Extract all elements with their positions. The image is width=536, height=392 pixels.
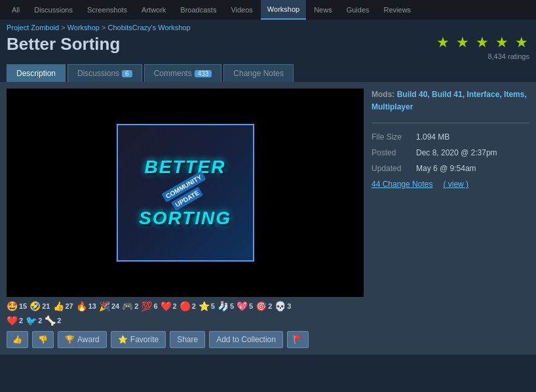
img-text-sorting: SORTING — [139, 208, 231, 229]
view-link[interactable]: ( view ) — [443, 180, 469, 189]
share-button[interactable]: Share — [170, 331, 205, 348]
breadcrumb-author-workshop[interactable]: ChobitsCrazy's Workshop — [108, 24, 191, 31]
breadcrumb-sep2: > — [102, 24, 107, 31]
favorite-icon: ⭐ — [118, 335, 128, 344]
thumbdown-button[interactable]: 👎 — [32, 331, 54, 348]
add-to-collection-button[interactable]: Add to Collection — [209, 331, 283, 348]
nav-guides[interactable]: Guides — [340, 0, 376, 20]
updated-label: Updated — [372, 164, 411, 173]
reaction-6[interactable]: 💯6 — [141, 301, 157, 311]
reaction-9[interactable]: ⭐5 — [199, 301, 215, 311]
nav-discussions[interactable]: Discussions — [28, 0, 79, 20]
reaction-12[interactable]: 🎯2 — [256, 301, 272, 311]
breadcrumb-sep1: > — [61, 24, 67, 31]
breadcrumb-project-zomboid[interactable]: Project Zomboid — [7, 24, 59, 31]
reaction-15[interactable]: 🐦2 — [26, 315, 42, 326]
discussions-badge: 6 — [122, 70, 132, 77]
posted-label: Posted — [372, 148, 411, 157]
comments-badge: 433 — [195, 70, 212, 77]
nav-workshop[interactable]: Workshop — [261, 0, 306, 20]
favorite-label: Favorite — [130, 335, 159, 344]
reaction-11[interactable]: 💖5 — [237, 301, 253, 311]
nav-screenshots[interactable]: Screenshots — [81, 0, 134, 20]
reaction-0[interactable]: 🤩15 — [7, 301, 27, 311]
reactions-row: 🤩15 🤣21 👍27 🔥13 🎉24 🎮2 💯6 ❤️2 🔴2 ⭐5 🧦5 💖… — [7, 301, 364, 311]
nav-reviews[interactable]: Reviews — [377, 0, 418, 20]
nav-news[interactable]: News — [307, 0, 339, 20]
flag-button[interactable]: 🚩 — [287, 331, 309, 348]
reaction-4[interactable]: 🎉24 — [99, 301, 119, 311]
img-text-better: BETTER — [145, 157, 226, 178]
image-container: BETTER COMMUNITY UPDATE SORTING — [7, 88, 364, 297]
change-notes-link[interactable]: 44 Change Notes — [372, 180, 432, 189]
mods-tags: Build 40, Build 41, Interface, Items, Mu… — [372, 90, 527, 111]
nav-all[interactable]: All — [5, 0, 26, 20]
posted-value: Dec 8, 2020 @ 2:37pm — [416, 148, 497, 157]
breadcrumb-workshop[interactable]: Workshop — [67, 24, 100, 31]
change-notes-row: 44 Change Notes ( view ) — [372, 180, 529, 189]
page-title: Better Sorting — [7, 34, 120, 54]
reaction-10[interactable]: 🧦5 — [218, 301, 234, 311]
mods-label: Mods: — [372, 90, 394, 99]
updated-value: May 6 @ 9:54am — [416, 164, 476, 173]
rating-area: ★ ★ ★ ★ ★ 8,434 ratings — [436, 34, 529, 60]
action-bar: 👍 👎 🏆 Award ⭐ Favorite Share Add to Coll… — [7, 331, 364, 348]
file-size-value: 1.094 MB — [416, 132, 450, 142]
updated-row: Updated May 6 @ 9:54am — [372, 164, 529, 173]
tab-description[interactable]: Description — [7, 64, 66, 82]
left-panel: BETTER COMMUNITY UPDATE SORTING 🤩15 🤣21 … — [7, 88, 364, 348]
favorite-button[interactable]: ⭐ Favorite — [111, 331, 166, 348]
file-size-label: File Size — [372, 132, 411, 142]
award-label: Award — [77, 335, 100, 344]
main-content: BETTER COMMUNITY UPDATE SORTING 🤩15 🤣21 … — [0, 82, 536, 355]
rating-count: 8,434 ratings — [436, 52, 529, 60]
posted-row: Posted Dec 8, 2020 @ 2:37pm — [372, 148, 529, 157]
reactions-row-2: ❤️2 🐦2 🦴2 — [7, 315, 364, 326]
reaction-7[interactable]: ❤️2 — [161, 301, 177, 311]
reaction-3[interactable]: 🔥13 — [76, 301, 96, 311]
info-divider — [372, 123, 529, 123]
nav-broadcasts[interactable]: Broadcasts — [174, 0, 223, 20]
tab-change-notes[interactable]: Change Notes — [223, 64, 294, 82]
reaction-1[interactable]: 🤣21 — [29, 301, 50, 311]
reaction-16[interactable]: 🦴2 — [45, 315, 61, 326]
top-navigation: All Discussions Screenshots Artwork Broa… — [0, 0, 536, 20]
nav-artwork[interactable]: Artwork — [135, 0, 172, 20]
reaction-13[interactable]: 💀3 — [275, 301, 291, 311]
award-icon: 🏆 — [65, 335, 75, 344]
title-row: Better Sorting ★ ★ ★ ★ ★ 8,434 ratings — [0, 33, 536, 64]
reaction-8[interactable]: 🔴2 — [180, 301, 196, 311]
reaction-2[interactable]: 👍27 — [53, 301, 73, 311]
nav-videos[interactable]: Videos — [224, 0, 259, 20]
reaction-5[interactable]: 🎮2 — [122, 301, 138, 311]
tabs-bar: Description Discussions6 Comments433 Cha… — [0, 64, 536, 82]
tab-comments[interactable]: Comments433 — [144, 64, 222, 82]
award-button[interactable]: 🏆 Award — [58, 331, 107, 348]
breadcrumb: Project Zomboid > Workshop > ChobitsCraz… — [0, 20, 536, 33]
star-rating: ★ ★ ★ ★ ★ — [436, 34, 529, 51]
workshop-image: BETTER COMMUNITY UPDATE SORTING — [117, 124, 254, 262]
thumbup-button[interactable]: 👍 — [7, 331, 28, 348]
right-panel: Mods: Build 40, Build 41, Interface, Ite… — [372, 88, 529, 348]
tab-discussions[interactable]: Discussions6 — [67, 64, 142, 82]
reaction-14[interactable]: ❤️2 — [7, 315, 23, 326]
mods-section: Mods: Build 40, Build 41, Interface, Ite… — [372, 88, 529, 113]
file-size-row: File Size 1.094 MB — [372, 132, 529, 142]
